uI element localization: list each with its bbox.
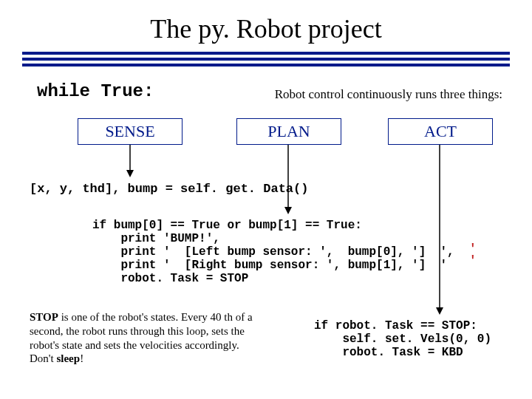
svg-marker-1	[126, 170, 134, 177]
slide-title: The py. Robot project	[0, 13, 532, 44]
footnote: STOP is one of the robot's states. Every…	[30, 310, 255, 366]
arrow-plan	[284, 145, 293, 214]
footnote-end: !	[80, 352, 83, 364]
divider-rules	[22, 52, 510, 66]
code-ifbump: if bump[0] == True or bump[1] == True: p…	[92, 219, 454, 285]
box-plan: PLAN	[236, 118, 341, 145]
subtitle: Robot control continuously runs three th…	[275, 87, 502, 102]
svg-marker-5	[436, 307, 443, 315]
box-act: ACT	[388, 118, 493, 145]
code-getdata: [x, y, thd], bump = self. get. Data()	[30, 182, 308, 196]
box-sense: SENSE	[78, 118, 183, 145]
footnote-sleep: sleep	[56, 352, 80, 364]
svg-marker-3	[284, 207, 292, 214]
red-quote-b: '	[469, 254, 477, 267]
code-while: while True:	[37, 81, 154, 101]
code-act: if robot. Task == STOP: self. set. Vels(…	[314, 319, 491, 359]
arrow-sense	[126, 145, 134, 177]
code-ifbump-body: if bump[0] == True or bump[1] == True: p…	[92, 219, 454, 285]
footnote-stop: STOP	[30, 311, 58, 323]
